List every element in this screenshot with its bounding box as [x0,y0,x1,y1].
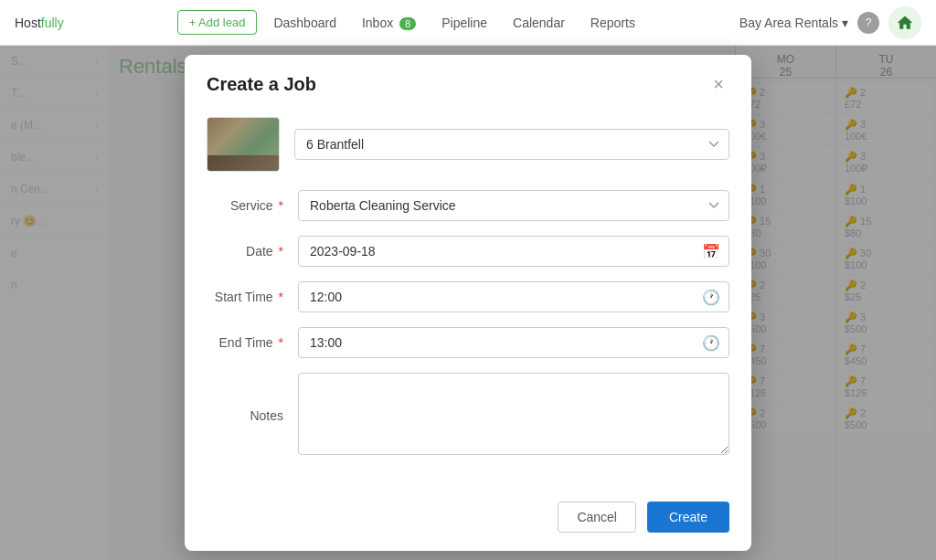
service-label-text: Service [230,198,273,213]
end-time-required: * [279,335,283,350]
nav-dashboard[interactable]: Dashboard [264,11,346,35]
end-time-label-text: End Time [219,335,273,350]
modal-title: Create a Job [207,74,316,95]
property-image [207,117,280,172]
property-select-container: 6 Brantfell [294,129,729,160]
date-field: 📅 [298,236,729,267]
property-select[interactable]: 6 Brantfell [294,129,729,160]
property-image-inner [207,118,279,171]
service-label: Service * [207,198,298,213]
start-time-label-text: Start Time [215,290,273,304]
notes-label: Notes [207,408,298,423]
service-row: Service * Roberta Cleaning Service [207,190,729,221]
add-lead-button[interactable]: + Add lead [177,10,258,35]
modal-header: Create a Job × [185,55,751,106]
notes-row: Notes [207,373,729,458]
logo-host: Host [15,16,41,30]
start-time-input[interactable] [298,281,729,312]
notes-label-text: Notes [250,408,283,423]
service-required: * [279,198,283,213]
home-icon [896,14,914,32]
navbar-center: + Add lead Dashboard Inbox 8 Pipeline Ca… [82,10,739,35]
modal-footer: Cancel Create [185,491,751,551]
modal-overlay: Create a Job × 6 Brantfell Service [0,46,936,560]
inbox-label: Inbox [362,16,393,30]
nav-reports[interactable]: Reports [581,11,644,35]
start-time-required: * [279,290,283,304]
notes-field [298,373,729,458]
start-time-row: Start Time * 🕐 [207,281,729,312]
service-select[interactable]: Roberta Cleaning Service [298,190,729,221]
create-button[interactable]: Create [647,502,729,533]
nav-calendar[interactable]: Calendar [504,11,574,35]
nav-pipeline[interactable]: Pipeline [432,11,496,35]
end-time-label: End Time * [207,335,298,350]
chevron-down-icon: ▾ [842,16,848,30]
logo: Hostfully [15,16,64,30]
inbox-badge: 8 [399,17,416,30]
agency-dropdown[interactable]: Bay Area Rentals ▾ [739,16,848,30]
date-required: * [279,244,283,259]
end-time-field: 🕐 [298,327,729,358]
property-row: 6 Brantfell [207,117,729,172]
start-time-label: Start Time * [207,290,298,304]
navbar-right: Bay Area Rentals ▾ ? [739,6,921,39]
home-icon-button[interactable] [888,6,921,39]
logo-fully: fully [41,16,64,30]
nav-inbox[interactable]: Inbox 8 [353,11,425,35]
agency-label: Bay Area Rentals [739,16,838,30]
date-row: Date * 📅 [207,236,729,267]
cancel-button[interactable]: Cancel [558,502,636,533]
modal-close-button[interactable]: × [707,73,729,95]
help-button[interactable]: ? [857,12,879,34]
start-time-field: 🕐 [298,281,729,312]
modal-body: 6 Brantfell Service * Roberta Cleaning S… [185,106,751,491]
date-label-text: Date [246,244,273,259]
navbar: Hostfully + Add lead Dashboard Inbox 8 P… [0,0,936,46]
create-job-modal: Create a Job × 6 Brantfell Service [185,55,751,551]
service-field: Roberta Cleaning Service [298,190,729,221]
end-time-input[interactable] [298,327,729,358]
date-input[interactable] [298,236,729,267]
notes-textarea[interactable] [298,373,729,455]
end-time-row: End Time * 🕐 [207,327,729,358]
date-label: Date * [207,244,298,259]
